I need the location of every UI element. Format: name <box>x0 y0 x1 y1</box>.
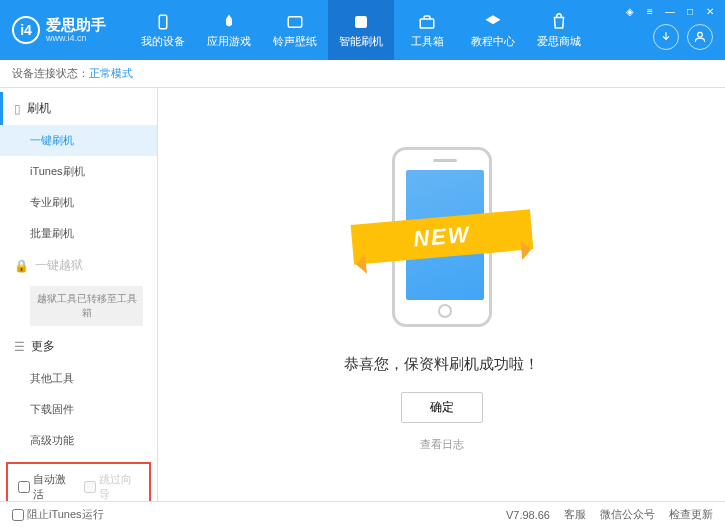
version-text: V7.98.66 <box>506 509 550 521</box>
sidebar-item-download-fw[interactable]: 下载固件 <box>0 394 157 425</box>
nav-toolbox[interactable]: 工具箱 <box>394 0 460 60</box>
download-button[interactable] <box>653 24 679 50</box>
sidebar-item-oneclick[interactable]: 一键刷机 <box>0 125 157 156</box>
footer: 阻止iTunes运行 V7.98.66 客服 微信公众号 检查更新 <box>0 501 725 527</box>
nav-ringtones[interactable]: 铃声壁纸 <box>262 0 328 60</box>
logo-icon: i4 <box>12 16 40 44</box>
image-icon <box>285 12 305 32</box>
nav-store[interactable]: 爱思商城 <box>526 0 592 60</box>
checkbox-highlight-area: 自动激活 跳过向导 <box>6 462 151 501</box>
sidebar-section-more[interactable]: ☰ 更多 <box>0 330 157 363</box>
more-icon: ☰ <box>14 340 25 354</box>
nav-my-device[interactable]: 我的设备 <box>130 0 196 60</box>
app-header: i4 爱思助手 www.i4.cn 我的设备 应用游戏 铃声壁纸 智能刷机 工具… <box>0 0 725 60</box>
nav-apps[interactable]: 应用游戏 <box>196 0 262 60</box>
toolbox-icon <box>417 12 437 32</box>
jailbreak-note: 越狱工具已转移至工具箱 <box>30 286 143 326</box>
flash-icon <box>351 12 371 32</box>
maximize-icon[interactable]: □ <box>683 4 697 18</box>
checkbox-block-itunes[interactable]: 阻止iTunes运行 <box>12 507 104 522</box>
phone-icon: ▯ <box>14 102 21 116</box>
app-url: www.i4.cn <box>46 33 106 43</box>
apps-icon <box>219 12 239 32</box>
svg-rect-2 <box>355 16 367 28</box>
checkbox-auto-activate[interactable]: 自动激活 <box>18 472 74 501</box>
sidebar-section-jailbreak: 🔒 一键越狱 <box>0 249 157 282</box>
logo-area: i4 爱思助手 www.i4.cn <box>12 16 106 44</box>
minimize-icon[interactable]: — <box>663 4 677 18</box>
nav-flash[interactable]: 智能刷机 <box>328 0 394 60</box>
sidebar-item-pro[interactable]: 专业刷机 <box>0 187 157 218</box>
content-area: NEW 恭喜您，保资料刷机成功啦！ 确定 查看日志 <box>158 88 725 501</box>
svg-rect-3 <box>420 19 434 28</box>
sidebar-section-flash[interactable]: ▯ 刷机 <box>0 92 157 125</box>
success-message: 恭喜您，保资料刷机成功啦！ <box>344 355 539 374</box>
nav-tutorial[interactable]: 教程中心 <box>460 0 526 60</box>
new-ribbon: NEW <box>350 209 533 265</box>
header-actions <box>653 24 713 50</box>
device-icon <box>153 12 173 32</box>
nav-bar: 我的设备 应用游戏 铃声壁纸 智能刷机 工具箱 教程中心 爱思商城 <box>130 0 592 60</box>
sidebar-item-itunes[interactable]: iTunes刷机 <box>0 156 157 187</box>
window-controls: ◈ ≡ — □ ✕ <box>623 4 717 18</box>
sidebar: ▯ 刷机 一键刷机 iTunes刷机 专业刷机 批量刷机 🔒 一键越狱 越狱工具… <box>0 88 158 501</box>
app-name: 爱思助手 <box>46 17 106 34</box>
graduation-icon <box>483 12 503 32</box>
status-label: 设备连接状态： <box>12 66 89 81</box>
close-icon[interactable]: ✕ <box>703 4 717 18</box>
svg-rect-1 <box>288 16 302 27</box>
sidebar-item-advanced[interactable]: 高级功能 <box>0 425 157 456</box>
confirm-button[interactable]: 确定 <box>401 392 483 423</box>
footer-update[interactable]: 检查更新 <box>669 507 713 522</box>
svg-point-4 <box>698 32 703 37</box>
sidebar-item-batch[interactable]: 批量刷机 <box>0 218 157 249</box>
menu-icon[interactable]: ≡ <box>643 4 657 18</box>
user-button[interactable] <box>687 24 713 50</box>
footer-wechat[interactable]: 微信公众号 <box>600 507 655 522</box>
store-icon <box>549 12 569 32</box>
checkbox-skip-guide[interactable]: 跳过向导 <box>84 472 140 501</box>
success-illustration: NEW <box>362 137 522 337</box>
svg-rect-0 <box>159 15 167 29</box>
status-bar: 设备连接状态： 正常模式 <box>0 60 725 88</box>
view-log-link[interactable]: 查看日志 <box>420 437 464 452</box>
sidebar-item-other-tools[interactable]: 其他工具 <box>0 363 157 394</box>
skin-icon[interactable]: ◈ <box>623 4 637 18</box>
status-value: 正常模式 <box>89 66 133 81</box>
footer-service[interactable]: 客服 <box>564 507 586 522</box>
lock-icon: 🔒 <box>14 259 29 273</box>
